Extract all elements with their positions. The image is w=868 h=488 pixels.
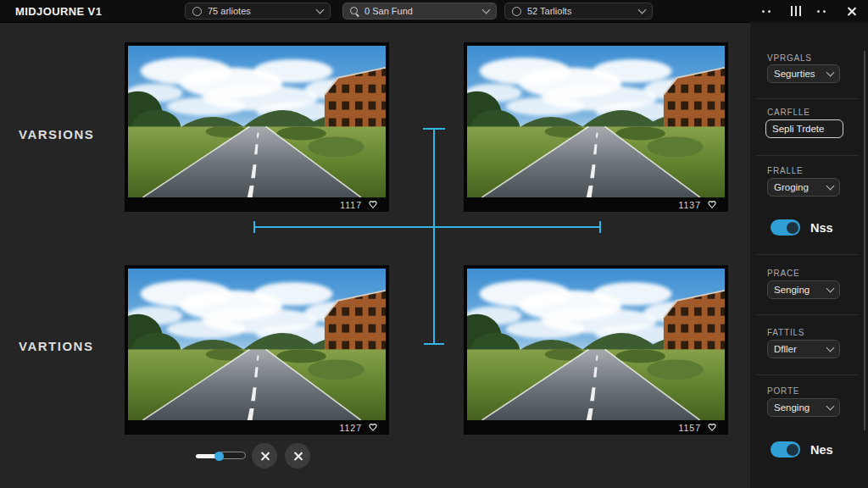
- filter-dropdown-2[interactable]: 0 San Fund: [342, 3, 497, 19]
- more-options-button[interactable]: [757, 0, 776, 22]
- chevron-down-icon: [826, 69, 835, 77]
- circle-icon: [192, 7, 202, 16]
- tile-info-bar: 1157: [467, 420, 725, 435]
- toggle-nes-label: Nes: [810, 443, 833, 457]
- search-icon: [350, 7, 359, 16]
- slider-knob[interactable]: [214, 452, 224, 461]
- heart-icon[interactable]: [368, 200, 378, 209]
- crosshair-top-cap: [423, 128, 445, 130]
- heart-icon[interactable]: [707, 200, 717, 209]
- tile-info-bar: 1127: [128, 420, 386, 435]
- toggle-knob: [787, 444, 798, 456]
- close-window-button[interactable]: [842, 0, 860, 22]
- variation-tile-4[interactable]: 1157: [464, 265, 728, 435]
- settings-sidebar: VPRGALS Segurties CARFLLE FRALLE Groging…: [750, 22, 868, 488]
- dropdown-prace-value: Senging: [774, 285, 821, 295]
- dropdown-porte-value: Senging: [774, 402, 821, 413]
- filter-dropdown-1[interactable]: 75 arliotes: [185, 3, 331, 19]
- divider: [757, 155, 859, 156]
- dismiss-button-1[interactable]: [252, 443, 277, 469]
- dropdown-fattils[interactable]: Dfller: [767, 340, 840, 358]
- filter-dropdown-1-label: 75 arliotes: [208, 6, 310, 16]
- more-dots-icon: [762, 10, 771, 13]
- dropdown-fralle-value: Groging: [774, 182, 821, 192]
- crosshair-left-cap: [253, 221, 255, 233]
- road-landscape-photo: [128, 46, 386, 197]
- dropdown-vprgals-value: Segurties: [774, 69, 821, 79]
- dropdown-vprgals[interactable]: Segurties: [767, 64, 840, 83]
- variation-tile-1[interactable]: 1117: [125, 42, 389, 212]
- dropdown-fralle[interactable]: Groging: [767, 178, 840, 197]
- toggle-switch-on[interactable]: [771, 441, 800, 458]
- crosshair-right-cap: [599, 221, 601, 233]
- road-landscape-photo: [467, 46, 725, 197]
- divider: [757, 98, 859, 99]
- divider: [757, 374, 859, 375]
- chevron-down-icon: [826, 344, 835, 352]
- text-input-carflle[interactable]: [765, 119, 843, 138]
- group-label-prace: PRACE: [767, 269, 799, 278]
- chevron-down-icon: [826, 402, 835, 411]
- row-label-variations: VARTIONS: [19, 339, 93, 353]
- filter-dropdown-3[interactable]: 52 Tarliolts: [504, 3, 653, 19]
- chevron-down-icon: [638, 6, 647, 14]
- dropdown-porte[interactable]: Senging: [767, 398, 840, 417]
- tile-id: 1157: [678, 423, 701, 433]
- dropdown-fattils-value: Dfller: [774, 344, 821, 354]
- tile-id: 1137: [678, 200, 701, 210]
- chevron-down-icon: [826, 182, 835, 191]
- crosshair-vertical-line: [433, 129, 435, 345]
- toggle-nss-label: Nss: [810, 221, 833, 235]
- close-icon: [846, 6, 857, 17]
- group-label-porte: PORTE: [767, 386, 799, 396]
- filter-dropdown-3-label: 52 Tarliolts: [527, 6, 632, 16]
- circle-icon: [512, 7, 521, 16]
- chevron-down-icon: [826, 285, 835, 293]
- chevron-down-icon: [482, 6, 491, 14]
- group-label-fattils: FATTILS: [767, 328, 804, 337]
- variation-tile-3[interactable]: 1127: [125, 265, 389, 435]
- more-options-button-2[interactable]: [812, 0, 831, 22]
- dismiss-button-2[interactable]: [285, 443, 310, 469]
- filter-dropdown-2-label: 0 San Fund: [364, 6, 476, 16]
- app-title: MIDJOURNE V1: [15, 5, 102, 18]
- road-landscape-photo: [467, 269, 725, 420]
- divider: [757, 314, 859, 315]
- group-label-carflle: CARFLLE: [767, 108, 810, 117]
- toggle-nes[interactable]: Nes: [771, 441, 833, 458]
- chevron-down-icon: [316, 6, 325, 14]
- tile-id: 1127: [339, 423, 362, 433]
- tile-id: 1117: [340, 200, 362, 210]
- row-label-versions: VARSIONS: [19, 127, 94, 141]
- sidebar-scrollbar[interactable]: [864, 51, 865, 430]
- toggle-knob: [787, 222, 798, 234]
- group-label-vprgals: VPRGALS: [767, 53, 812, 63]
- dropdown-prace[interactable]: Senging: [767, 280, 840, 299]
- columns-icon: [791, 6, 802, 16]
- close-icon: [259, 451, 270, 462]
- divider: [757, 254, 859, 255]
- toggle-nss[interactable]: Nss: [771, 219, 833, 236]
- heart-icon[interactable]: [707, 423, 717, 432]
- tile-info-bar: 1117: [128, 197, 386, 212]
- columns-view-button[interactable]: [787, 0, 805, 22]
- heart-icon[interactable]: [368, 423, 378, 432]
- group-label-fralle: FRALLE: [767, 166, 804, 175]
- crosshair-bottom-cap: [424, 343, 444, 345]
- toggle-switch-on[interactable]: [771, 219, 800, 236]
- crosshair-horizontal-line: [254, 226, 600, 228]
- tile-info-bar: 1137: [467, 197, 725, 212]
- road-landscape-photo: [128, 269, 386, 420]
- close-icon: [292, 451, 303, 462]
- topbar: MIDJOURNE V1 75 arliotes 0 San Fund 52 T…: [0, 0, 868, 23]
- variation-tile-2[interactable]: 1137: [464, 42, 728, 212]
- zoom-slider[interactable]: [196, 451, 247, 461]
- more-dots-icon: [817, 10, 826, 13]
